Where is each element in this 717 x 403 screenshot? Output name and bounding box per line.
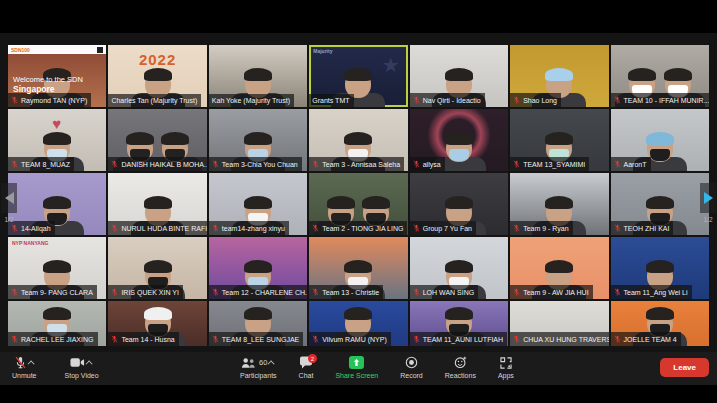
participant-tile[interactable]: 2022 Charles Tan (Majurity Trust) <box>108 45 206 107</box>
participant-name: TEAM 11_AUNI LUTFIAH <box>423 336 503 343</box>
record-icon <box>405 356 418 369</box>
participant-tile[interactable]: CHUA XU HUNG TRAVERS <box>510 301 608 346</box>
participant-tile[interactable]: Team 11_Ang Wei Li <box>611 237 709 299</box>
participant-name: Group 7 Yu Fan <box>423 225 472 232</box>
participant-name: Grants TMT <box>312 97 349 104</box>
participant-tile[interactable]: AaronT <box>611 109 709 171</box>
participant-tile[interactable]: team14-zhang xinyu <box>209 173 307 235</box>
participant-name-tag: Vilvum RAMU (NYP) <box>309 332 390 346</box>
share-screen-button[interactable]: Share Screen <box>333 353 380 381</box>
participant-tile[interactable]: Team 9 - AW JIA HUI <box>510 237 608 299</box>
muted-mic-icon <box>212 160 219 168</box>
stop-video-button[interactable]: Stop Video <box>63 353 101 381</box>
stop-video-label: Stop Video <box>65 372 99 379</box>
apps-grid-icon <box>500 357 512 369</box>
participant-name: LOH WAN SING <box>423 289 474 296</box>
apps-button[interactable]: Apps <box>496 353 516 381</box>
participant-tile[interactable]: 14-Aliqah <box>8 173 106 235</box>
participant-tile[interactable]: Team 3 - Annisaa Saleha <box>309 109 407 171</box>
muted-mic-icon <box>413 96 420 104</box>
participant-tile[interactable]: ★ Grants TMT Majurity <box>309 45 407 107</box>
participant-tile[interactable]: Team 9- PANG CLARA NYP NANYANG <box>8 237 106 299</box>
participant-tile[interactable]: Raymond TAN (NYP) SDN100Welcome to the S… <box>8 45 106 107</box>
participant-name-tag: Team 2 - TIONG JIA LING <box>309 221 407 235</box>
participant-tile[interactable]: Team 14 - Husna <box>108 301 206 346</box>
participant-tile[interactable]: ♥ TEAM 8_MUAZ <box>8 109 106 171</box>
participant-tile[interactable]: Nav Qirti - Ideactio <box>410 45 508 107</box>
participant-name: Team 3-Chia You Chuan <box>222 161 298 168</box>
reactions-button[interactable]: Reactions <box>443 353 478 381</box>
leave-button[interactable]: Leave <box>660 358 709 377</box>
participant-tile[interactable]: LOH WAN SING <box>410 237 508 299</box>
participant-tile[interactable]: DANISH HAIKAL B MOHA... <box>108 109 206 171</box>
participant-tile[interactable]: TEAM 13_SYAMIMI <box>510 109 608 171</box>
participant-tile[interactable]: TEAM 10 - IFFAH MUNIR... <box>611 45 709 107</box>
participant-tile[interactable]: TEAM 8_LEE SUNGJAE <box>209 301 307 346</box>
participant-tile[interactable]: TEOH ZHI KAI <box>611 173 709 235</box>
participant-name: Team 9 - Ryan <box>523 225 569 232</box>
participant-tile[interactable]: Vilvum RAMU (NYP) <box>309 301 407 346</box>
participant-name-tag: Shao Long <box>510 93 561 107</box>
unmute-button[interactable]: Unmute <box>10 353 39 381</box>
participant-tile[interactable]: NURUL HUDA BINTE RAFII <box>108 173 206 235</box>
participant-name: IRIS QUEK XIN YI <box>121 289 178 296</box>
participant-name: RACHEL LEE JIAXING <box>21 336 94 343</box>
muted-mic-icon <box>513 96 520 104</box>
participants-button[interactable]: 60 Participants <box>238 353 279 381</box>
muted-mic-icon <box>11 335 18 343</box>
muted-mic-icon <box>111 288 118 296</box>
muted-mic-icon <box>513 335 520 343</box>
tile-artwork-text: 2022 <box>108 51 206 68</box>
participant-name-tag: AaronT <box>611 157 651 171</box>
participant-name-tag: Grants TMT <box>309 94 353 107</box>
muted-mic-icon <box>614 224 621 232</box>
participant-name-tag: Team 12 - CHARLENE CH... <box>209 285 307 299</box>
slide-overlay-text: Welcome to the SDNSingapore <box>13 75 83 94</box>
participant-tile[interactable]: Team 9 - Ryan <box>510 173 608 235</box>
participant-name-tag: 14-Aliqah <box>8 221 55 235</box>
participant-name: Kah Yoke (Majurity Trust) <box>212 97 290 104</box>
muted-mic-icon <box>11 224 18 232</box>
chevron-left-icon <box>5 192 14 204</box>
next-page-arrow[interactable] <box>700 183 716 213</box>
participant-name: Team 11_Ang Wei Li <box>624 289 688 296</box>
record-button[interactable]: Record <box>398 353 425 381</box>
participant-name-tag: Charles Tan (Majurity Trust) <box>108 94 201 107</box>
participant-name: TEOH ZHI KAI <box>624 225 670 232</box>
participant-tile[interactable]: Team 3-Chia You Chuan <box>209 109 307 171</box>
participant-tile[interactable]: Team 2 - TIONG JIA LING <box>309 173 407 235</box>
participant-tile[interactable]: Group 7 Yu Fan <box>410 173 508 235</box>
muted-mic-icon <box>111 160 118 168</box>
page-indicator: 1/2 <box>699 216 717 223</box>
chat-button[interactable]: 2 Chat <box>297 353 316 381</box>
video-options-caret[interactable] <box>86 360 93 367</box>
participant-tile[interactable]: TEAM 11_AUNI LUTFIAH <box>410 301 508 346</box>
participant-name: Vilvum RAMU (NYP) <box>322 336 386 343</box>
participant-name: Shao Long <box>523 97 557 104</box>
participant-name: team14-zhang xinyu <box>222 225 285 232</box>
participant-name: DANISH HAIKAL B MOHA... <box>121 161 206 168</box>
muted-mic-icon <box>111 335 118 343</box>
sdn-logo: SDN100 <box>11 47 30 53</box>
muted-mic-icon <box>212 224 219 232</box>
reactions-label: Reactions <box>445 372 476 379</box>
participant-name: AaronT <box>624 161 647 168</box>
participant-tile[interactable]: IRIS QUEK XIN YI <box>108 237 206 299</box>
participant-tile[interactable]: Kah Yoke (Majurity Trust) <box>209 45 307 107</box>
participant-tile[interactable]: allysa <box>410 109 508 171</box>
participant-tile[interactable]: Team 12 - CHARLENE CH... <box>209 237 307 299</box>
participant-name: Team 2 - TIONG JIA LING <box>322 225 403 232</box>
participant-name: TEAM 8_LEE SUNGJAE <box>222 336 299 343</box>
unmute-options-caret[interactable] <box>27 360 34 367</box>
participant-tile[interactable]: JOELLE TEAM 4 <box>611 301 709 346</box>
participant-tile[interactable]: Shao Long <box>510 45 608 107</box>
share-screen-label: Share Screen <box>335 372 378 379</box>
participant-tile[interactable]: Team 13 - Christie <box>309 237 407 299</box>
previous-page-arrow[interactable] <box>1 183 17 213</box>
participants-options-caret[interactable] <box>268 360 275 367</box>
participant-tile[interactable]: RACHEL LEE JIAXING <box>8 301 106 346</box>
muted-mic-icon <box>614 335 621 343</box>
muted-mic-icon <box>614 160 621 168</box>
chat-unread-badge: 2 <box>308 354 317 363</box>
participants-count: 60 <box>259 358 267 367</box>
